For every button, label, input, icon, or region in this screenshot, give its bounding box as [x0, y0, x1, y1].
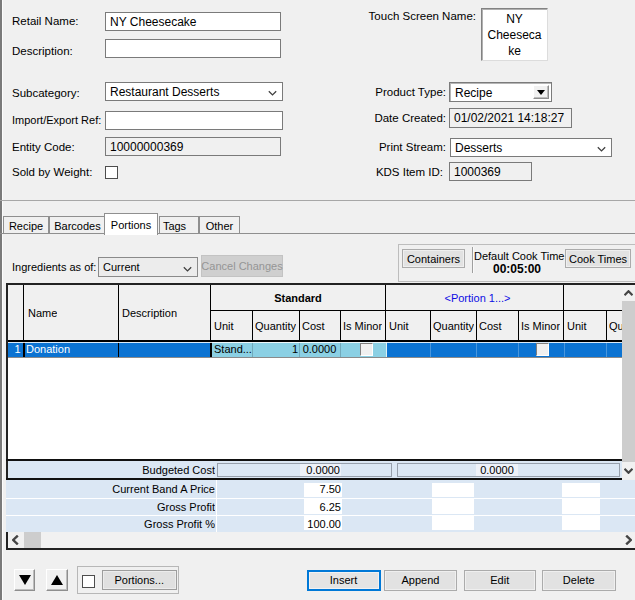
row-number-cell: 1 [8, 342, 21, 358]
move-down-button[interactable] [14, 569, 35, 591]
touch-screen-name-line1: NY [482, 11, 547, 27]
delete-button[interactable]: Delete [542, 570, 616, 591]
subcategory-combo[interactable]: Restaurant Desserts [105, 82, 283, 101]
p1-is-minor-checkbox[interactable] [536, 343, 549, 356]
tab-other[interactable]: Other [199, 216, 240, 234]
default-cook-time-label: Default Cook Time [474, 250, 564, 262]
print-stream-value: Desserts [455, 141, 502, 155]
kds-item-id-label: KDS Item ID: [346, 166, 443, 178]
grid-empty-area[interactable] [8, 358, 622, 459]
portions-button[interactable]: Portions... [102, 570, 177, 590]
col-header-std-unit[interactable]: Unit [214, 311, 234, 340]
product-editor-window: Retail Name: NY Cheesecake Description: … [0, 0, 635, 600]
delete-button-label: Delete [563, 574, 595, 586]
touch-screen-name-label: Touch Screen Name: [326, 10, 476, 22]
kds-item-id-value: 1000369 [454, 165, 501, 179]
entity-code-label: Entity Code: [12, 141, 75, 153]
gridline [211, 310, 622, 311]
tab-barcodes[interactable]: Barcodes [49, 216, 106, 234]
tab-page-border [0, 233, 635, 234]
gridline [563, 285, 564, 341]
touch-screen-name-line3: ke [482, 43, 547, 59]
cook-times-label: Cook Times [569, 253, 627, 265]
col-header-p1-quantity[interactable]: Quantity [433, 311, 474, 340]
group-header-standard[interactable]: Standard [211, 285, 385, 310]
touch-screen-name-box[interactable]: NY Cheeseca ke [481, 8, 548, 61]
horizontal-scrollbar-thumb[interactable] [24, 532, 41, 549]
cell-separator [518, 342, 519, 358]
product-type-combo[interactable]: Recipe [449, 82, 552, 102]
chevron-down-icon [597, 146, 606, 154]
group-header-portion1[interactable]: <Portion 1...> [392, 285, 563, 310]
cancel-changes-label: Cancel Changes [201, 260, 282, 272]
date-created-label: Date Created: [346, 112, 446, 124]
col-header-std-cost[interactable]: Cost [302, 311, 325, 340]
cook-times-button[interactable]: Cook Times [565, 249, 631, 268]
row-name-cell[interactable]: Donation [26, 342, 116, 358]
description-input[interactable] [105, 39, 281, 58]
price-cell[interactable] [432, 483, 474, 497]
move-up-button[interactable] [46, 569, 68, 591]
insert-button[interactable]: Insert [307, 570, 381, 591]
col-header-std-isminor[interactable]: Is Minor [343, 311, 382, 340]
tab-tags-label: Tags [163, 220, 186, 232]
gross-profit-value: 6.25 [300, 499, 341, 515]
retail-name-value: NY Cheesecake [110, 15, 197, 29]
append-button-label: Append [402, 574, 440, 586]
sold-by-weight-label: Sold by Weight: [12, 166, 92, 178]
chevron-down-icon [268, 90, 277, 98]
col-header-description[interactable]: Description [122, 285, 177, 340]
horizontal-scrollbar[interactable] [8, 532, 635, 549]
col-header-p1-cost[interactable]: Cost [479, 311, 502, 340]
import-export-ref-input[interactable] [105, 111, 283, 130]
scroll-up-button[interactable] [622, 285, 635, 301]
retail-name-input[interactable]: NY Cheesecake [105, 12, 281, 31]
std-is-minor-checkbox[interactable] [360, 343, 373, 356]
price-cell[interactable] [432, 499, 474, 514]
cell-separator [340, 342, 341, 358]
price-cell[interactable] [562, 499, 600, 514]
containers-button[interactable]: Containers [402, 249, 465, 268]
col-header-p1-unit[interactable]: Unit [389, 311, 409, 340]
gridline [476, 311, 477, 341]
cell-separator [386, 342, 387, 358]
band-a-price-label: Current Band A Price [8, 480, 215, 498]
ingredients-as-of-combo[interactable]: Current [98, 257, 198, 277]
gridline [518, 311, 519, 341]
date-created-value: 01/02/2021 14:18:27 [454, 111, 564, 125]
dropdown-arrow-button[interactable] [533, 85, 549, 99]
scroll-down-button[interactable] [622, 462, 635, 479]
row-std-quantity-cell[interactable]: 1 [253, 342, 298, 358]
scroll-left-button[interactable] [8, 532, 23, 549]
row-std-unit-cell[interactable]: Stand... [214, 342, 252, 358]
gridline [118, 342, 120, 358]
description-label: Description: [12, 45, 73, 57]
section-separator [0, 200, 635, 201]
col-header-g3-unit[interactable]: Unit [567, 311, 587, 340]
product-type-value: Recipe [455, 86, 492, 100]
print-stream-combo[interactable]: Desserts [450, 138, 612, 157]
edit-button[interactable]: Edit [464, 570, 537, 591]
row-std-cost-cell[interactable]: 0.0000 [299, 342, 340, 358]
gridline [252, 311, 253, 341]
sold-by-weight-checkbox[interactable] [105, 166, 118, 179]
tab-portions[interactable]: Portions [104, 213, 158, 235]
price-cell[interactable] [432, 516, 474, 530]
gridline [430, 311, 431, 341]
price-cell[interactable] [562, 483, 600, 497]
tab-portions-label: Portions [111, 219, 151, 231]
tab-recipe[interactable]: Recipe [3, 216, 49, 234]
tab-tags[interactable]: Tags [159, 216, 199, 234]
price-cell[interactable] [562, 516, 600, 530]
col-header-name[interactable]: Name [28, 285, 57, 340]
col-header-std-quantity[interactable]: Quantity [255, 311, 296, 340]
append-button[interactable]: Append [384, 570, 457, 591]
col-header-p1-isminor[interactable]: Is Minor [521, 311, 560, 340]
label-col-separator [216, 480, 217, 532]
portions-checkbox[interactable] [82, 575, 95, 588]
subcategory-value: Restaurant Desserts [110, 85, 219, 99]
vertical-scrollbar-thumb[interactable] [622, 301, 635, 462]
budgeted-label: Budgeted Cost [8, 461, 215, 478]
scroll-right-button[interactable] [622, 532, 635, 549]
containers-label: Containers [407, 253, 460, 265]
